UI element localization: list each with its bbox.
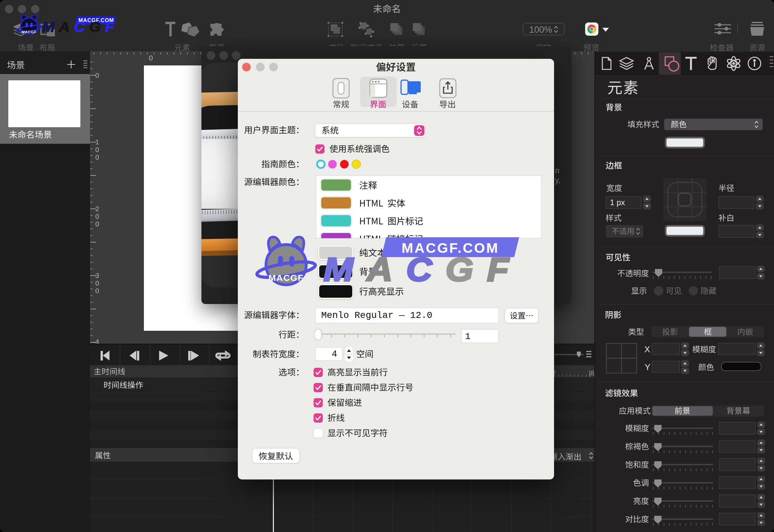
svg-text:MACGF: MACGF	[21, 30, 36, 34]
svg-text:MACGF: MACGF	[269, 273, 304, 283]
